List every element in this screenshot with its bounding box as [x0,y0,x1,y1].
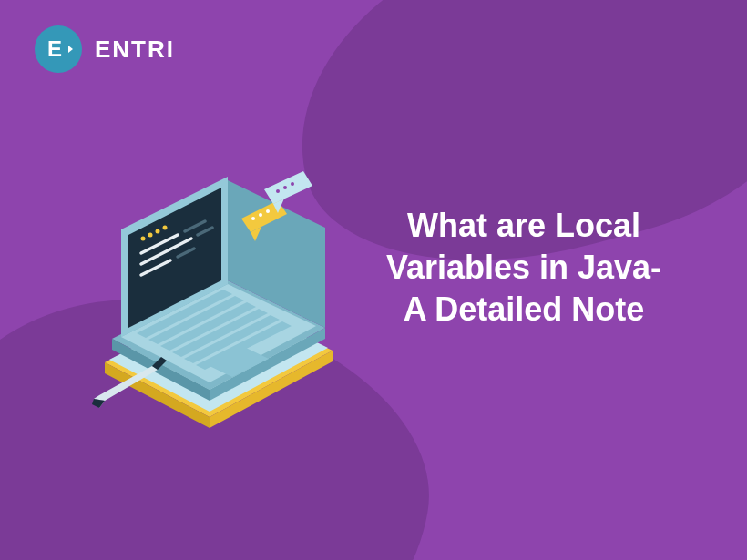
laptop-illustration [87,164,342,428]
logo-text: ENTRI [95,36,175,64]
svg-point-32 [266,209,270,213]
svg-point-37 [291,182,294,186]
svg-point-30 [251,217,255,220]
logo-area: E ENTRI [35,25,175,73]
svg-point-31 [259,213,262,217]
headline: What are Local Variables in Java- A Deta… [355,205,692,331]
svg-point-21 [163,226,168,230]
headline-line-2: Variables in Java- [355,247,692,289]
logo-icon: E [35,25,82,73]
svg-point-36 [283,186,287,189]
svg-point-18 [141,237,146,241]
headline-line-1: What are Local [355,205,692,247]
logo-letter: E [47,36,62,62]
svg-point-19 [148,233,153,238]
svg-point-20 [156,229,160,234]
svg-point-35 [276,189,280,193]
svg-marker-33 [264,171,312,204]
headline-line-3: A Detailed Note [355,289,692,331]
